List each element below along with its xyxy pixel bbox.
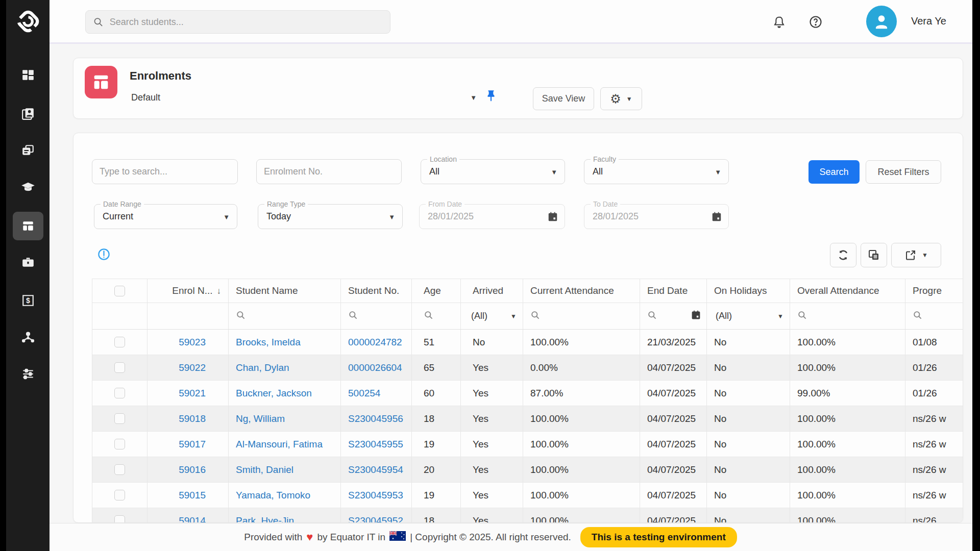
sidebar-item-services[interactable] — [13, 248, 43, 277]
student-no-link[interactable]: 0000024782 — [348, 337, 402, 347]
filter-cell-progress[interactable] — [905, 303, 963, 329]
filter-cell-current-attendance[interactable] — [523, 303, 640, 329]
student-name-link[interactable]: Yamada, Tomoko — [236, 490, 310, 500]
cell-student-no: 500254 — [341, 381, 412, 406]
copy-grid-button[interactable] — [861, 243, 887, 267]
filter-date-range-select[interactable]: Date Range Current ▼ — [94, 204, 237, 229]
student-name-link[interactable]: Chan, Dylan — [236, 362, 289, 373]
enrol-no-link[interactable]: 59017 — [179, 439, 206, 449]
filter-cell-student-name[interactable] — [229, 303, 341, 329]
sidebar-item-finance[interactable]: $ — [13, 286, 43, 315]
reset-filters-button[interactable]: Reset Filters — [866, 160, 941, 184]
filter-range-type-select[interactable]: Range Type Today ▼ — [258, 204, 403, 229]
enrol-no-link[interactable]: 59022 — [179, 362, 206, 373]
col-header-student-name[interactable]: Student Name — [229, 279, 341, 303]
cell-enrol-no: 59014 — [148, 508, 229, 523]
enrol-no-link[interactable]: 59014 — [179, 515, 206, 523]
filter-text-search-field[interactable] — [92, 159, 238, 184]
filter-cell-empty — [92, 303, 148, 329]
select-all-checkbox[interactable] — [114, 286, 125, 296]
to-date-value: 28/01/2025 — [593, 211, 639, 222]
enrol-no-link[interactable]: 59021 — [179, 388, 206, 398]
cell-end-date: 04/07/2025 — [640, 457, 707, 482]
filter-cell-enrol[interactable] — [148, 303, 229, 329]
save-view-button[interactable]: Save View — [533, 87, 594, 110]
col-header-student-no[interactable]: Student No. — [341, 279, 412, 303]
filter-cell-end-date[interactable] — [640, 303, 707, 329]
enrol-no-link[interactable]: 59018 — [179, 413, 206, 424]
sidebar-item-students[interactable] — [13, 99, 43, 128]
student-name-link[interactable]: Ng, William — [236, 413, 285, 424]
info-warning-button[interactable] — [96, 246, 111, 262]
row-checkbox[interactable] — [114, 413, 125, 424]
student-name-link[interactable]: Buckner, Jackson — [236, 388, 312, 398]
cell-enrol-no: 59021 — [148, 381, 229, 406]
filter-faculty-select[interactable]: Faculty All ▼ — [584, 159, 729, 184]
global-search-input[interactable] — [110, 17, 383, 28]
col-header-on-holidays[interactable]: On Holidays — [707, 279, 790, 303]
sidebar-item-dashboard[interactable] — [13, 61, 43, 90]
col-header-age[interactable]: Age — [412, 279, 461, 303]
col-header-progress[interactable]: Progre — [905, 279, 963, 303]
filter-cell-overall-attendance[interactable] — [790, 303, 905, 329]
col-header-enrol-no[interactable]: Enrol N...↓ — [148, 279, 229, 303]
app-logo[interactable] — [6, 6, 50, 37]
view-settings-button[interactable]: ⚙ ▼ — [600, 87, 642, 110]
row-checkbox[interactable] — [114, 464, 125, 475]
sidebar-item-agents[interactable] — [13, 323, 43, 352]
student-name-link[interactable]: Park, Hye-Jin — [236, 515, 294, 523]
student-name-link[interactable]: Smith, Daniel — [236, 464, 293, 475]
filter-cell-arrived[interactable]: (All) ▼ — [461, 303, 523, 329]
global-search[interactable] — [85, 10, 390, 34]
filter-text-search-input[interactable] — [100, 160, 230, 184]
view-select[interactable]: Default ▼ — [130, 90, 477, 107]
to-date-label: To Date — [591, 200, 620, 209]
sidebar-item-enrolments[interactable] — [13, 212, 43, 240]
cell-overall-attendance: 100.00% — [790, 508, 905, 523]
student-no-link[interactable]: 500254 — [348, 388, 380, 398]
student-no-link[interactable]: S230045952 — [348, 515, 403, 523]
enrol-no-link[interactable]: 59023 — [179, 337, 206, 347]
col-header-end-date[interactable]: End Date — [640, 279, 707, 303]
student-name-link[interactable]: Brooks, Imelda — [236, 337, 301, 347]
table-filter-row: (All) ▼ (All) ▼ — [92, 303, 963, 330]
filter-cell-age[interactable] — [412, 303, 461, 329]
info-icon — [97, 247, 111, 261]
row-checkbox[interactable] — [114, 337, 125, 347]
row-checkbox[interactable] — [114, 388, 125, 398]
col-header-overall-attendance[interactable]: Overall Attendance — [790, 279, 905, 303]
help-button[interactable] — [805, 11, 826, 33]
pin-view-button[interactable] — [482, 85, 500, 107]
row-checkbox[interactable] — [114, 490, 125, 500]
filter-cell-on-holidays[interactable]: (All) ▼ — [707, 303, 790, 329]
enrol-no-link[interactable]: 59016 — [179, 464, 206, 475]
filter-enrolment-no-input[interactable] — [264, 160, 394, 184]
student-no-link[interactable]: S230045954 — [348, 464, 403, 475]
filter-to-date-field[interactable]: To Date 28/01/2025 — [584, 204, 729, 229]
user-name[interactable]: Vera Ye — [911, 15, 946, 27]
sidebar-item-academic[interactable] — [13, 173, 43, 202]
col-header-arrived[interactable]: Arrived — [461, 279, 523, 303]
sidebar-item-settings[interactable] — [13, 360, 43, 388]
sidebar-item-documents[interactable] — [13, 136, 43, 165]
cell-end-date: 04/07/2025 — [640, 483, 707, 508]
filter-location-select[interactable]: Location All ▼ — [421, 159, 565, 184]
student-no-link[interactable]: S230045953 — [348, 490, 403, 500]
filter-enrolment-no-field[interactable] — [256, 159, 402, 184]
filter-cell-student-no[interactable] — [341, 303, 412, 329]
filter-from-date-field[interactable]: From Date 28/01/2025 — [419, 204, 565, 229]
student-no-link[interactable]: S230045955 — [348, 439, 403, 449]
avatar[interactable] — [866, 6, 897, 37]
search-button[interactable]: Search — [808, 160, 860, 184]
student-no-link[interactable]: S230045956 — [348, 413, 403, 424]
refresh-button[interactable] — [830, 243, 856, 267]
student-no-link[interactable]: 0000026604 — [348, 362, 402, 373]
row-checkbox[interactable] — [114, 362, 125, 373]
student-name-link[interactable]: Al-Mansouri, Fatima — [236, 439, 323, 449]
col-header-current-attendance[interactable]: Current Attendance — [523, 279, 640, 303]
row-checkbox[interactable] — [114, 439, 125, 449]
export-button[interactable]: ▼ — [891, 243, 941, 267]
row-checkbox[interactable] — [114, 515, 125, 523]
enrol-no-link[interactable]: 59015 — [179, 490, 206, 500]
notifications-button[interactable] — [768, 11, 790, 33]
